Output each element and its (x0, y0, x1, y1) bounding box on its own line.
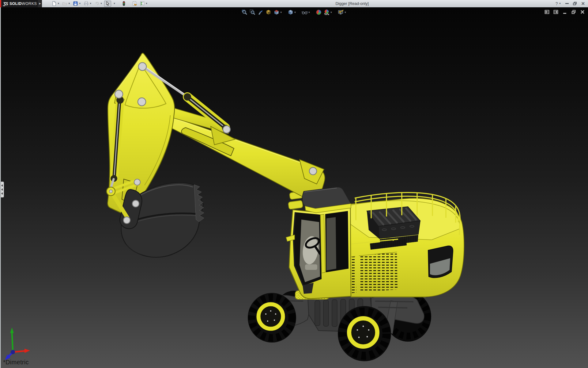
minimize-document-icon (562, 10, 567, 14)
previous-window-button[interactable] (545, 10, 549, 14)
brand-name-light: WORKS (22, 2, 37, 6)
minimize-icon (565, 3, 569, 4)
close-window-button[interactable]: ✕ (581, 1, 585, 6)
hide-show-items-dropdown[interactable]: ▼ (308, 11, 311, 14)
undo-icon (94, 1, 100, 6)
section-view-icon (266, 9, 272, 15)
view-settings-button[interactable]: ▼ (337, 9, 347, 16)
orientation-label: *Dimetric (3, 359, 29, 366)
print-icon (84, 1, 89, 6)
view-orientation-icon (273, 9, 280, 15)
rear-window (428, 246, 453, 278)
select-cursor-icon (105, 1, 110, 6)
zoom-to-area-icon (250, 9, 256, 15)
save-floppy-icon (73, 1, 78, 6)
section-view-button[interactable] (265, 9, 272, 16)
select-button[interactable] (104, 1, 111, 7)
rebuild-traffic-light-icon (121, 1, 126, 6)
close-document-icon (580, 10, 585, 14)
pin (309, 167, 317, 175)
minimize-document-button[interactable] (562, 10, 567, 14)
wheel-front-left[interactable] (248, 293, 296, 343)
chevron-left-icon (1, 188, 3, 191)
display-style-icon (288, 9, 294, 15)
apply-scene-icon (323, 9, 330, 15)
minimize-window-button[interactable] (565, 3, 569, 4)
restore-window-button[interactable] (573, 2, 577, 5)
logo-mark: ƷS (3, 1, 8, 6)
main-toolbar: ▼ ▼ ▼ ▼ (51, 1, 149, 7)
help-dropdown-icon: ▼ (559, 2, 561, 5)
logo-red-stripe (0, 0, 1, 7)
chevron-left-icon (1, 184, 3, 187)
side-window (325, 211, 349, 272)
x-axis-arrow (24, 349, 30, 353)
next-window-button[interactable] (553, 10, 558, 14)
view-settings-icon (337, 9, 344, 15)
headsup-view-toolbar: ▼ ▼ ▼ (241, 9, 347, 16)
previous-view-button[interactable] (257, 9, 264, 16)
new-document-button[interactable]: ▼ (51, 1, 61, 7)
undo-button[interactable]: ▼ (93, 1, 104, 7)
options-button[interactable]: ▼ (139, 1, 149, 7)
save-button[interactable]: ▼ (72, 1, 82, 7)
file-properties-button[interactable] (131, 1, 138, 7)
close-document-button[interactable] (580, 10, 585, 14)
window-left-border-inner (1, 7, 1, 368)
open-folder-icon (62, 1, 67, 6)
engine-cover[interactable] (367, 207, 420, 239)
toolbar-expand-button[interactable]: ▶ (38, 0, 42, 7)
solidworks-logo: ƷS SOLID WORKS (0, 0, 38, 7)
zoom-to-area-button[interactable] (249, 9, 256, 16)
titlebar: ƷS SOLID WORKS ▶ ▼ ▼ (0, 0, 588, 7)
new-document-icon (51, 1, 57, 6)
window-controls: ?▼ ✕ (556, 1, 588, 6)
restore-icon (573, 2, 577, 5)
wheel-rear-left[interactable] (338, 306, 391, 361)
apply-scene-button[interactable]: ▼ (323, 9, 333, 16)
hide-show-glasses-icon (302, 9, 308, 15)
edit-appearance-button[interactable] (315, 9, 322, 16)
print-button[interactable]: ▼ (83, 1, 93, 7)
previous-view-icon (258, 9, 264, 15)
zoom-to-fit-button[interactable] (241, 9, 248, 16)
graphics-viewport[interactable]: ▼ ▼ ▼ (0, 7, 588, 368)
restore-document-icon (571, 10, 576, 14)
chevron-left-icon (1, 192, 3, 195)
zoom-to-fit-icon (242, 9, 248, 15)
rebuild-button[interactable] (120, 1, 127, 7)
select-dropdown-button[interactable]: ▼ (112, 1, 117, 7)
edit-appearance-ball-icon (315, 9, 322, 15)
apply-scene-dropdown[interactable]: ▼ (330, 11, 332, 14)
document-title: Digger [Read-only] (149, 1, 555, 6)
help-button[interactable]: ?▼ (556, 1, 561, 6)
restore-document-button[interactable] (571, 10, 576, 14)
open-button[interactable]: ▼ (61, 1, 71, 7)
excavator-model[interactable] (0, 7, 588, 368)
next-window-icon (553, 10, 558, 14)
view-orientation-dropdown[interactable]: ▼ (280, 11, 282, 14)
solidworks-window: ƷS SOLID WORKS ▶ ▼ ▼ (0, 0, 588, 368)
view-settings-dropdown[interactable]: ▼ (344, 11, 346, 14)
display-style-dropdown[interactable]: ▼ (294, 11, 296, 14)
hide-show-items-button[interactable]: ▼ (301, 9, 311, 16)
display-style-button[interactable]: ▼ (287, 9, 297, 16)
previous-window-icon (545, 10, 549, 14)
file-properties-icon (132, 1, 137, 6)
document-window-controls (545, 10, 585, 14)
options-checklist-icon (140, 1, 145, 6)
view-orientation-button[interactable]: ▼ (273, 9, 283, 16)
brand-name-bold: SOLID (9, 2, 22, 6)
y-axis-arrow (10, 328, 14, 333)
close-icon: ✕ (581, 1, 585, 6)
